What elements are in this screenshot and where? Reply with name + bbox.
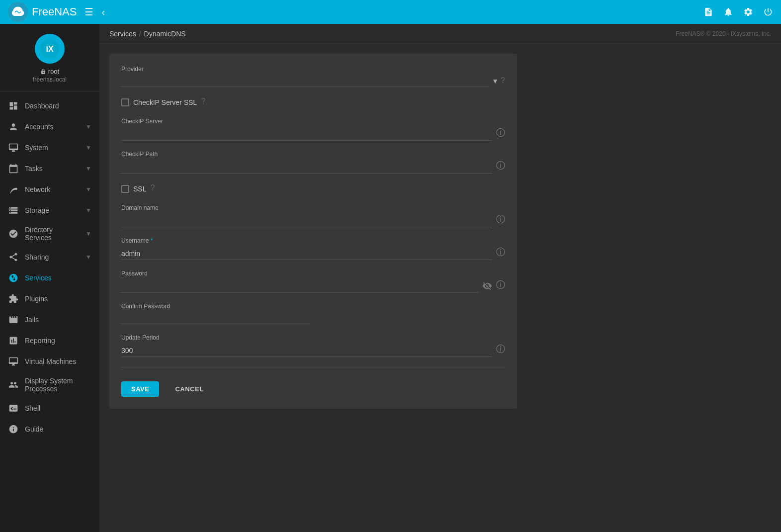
sidebar-item-storage[interactable]: Storage ▼ <box>0 200 99 221</box>
checkip-server-help-icon[interactable]: ⓘ <box>496 127 505 139</box>
cancel-button[interactable]: CANCEL <box>165 381 213 397</box>
sidebar-item-directory-services[interactable]: Directory Services ▼ <box>0 221 99 247</box>
main-layout: iX root freenas.local Dashboard Account <box>0 24 781 532</box>
sidebar-item-system[interactable]: System ▼ <box>0 137 99 158</box>
update-period-input[interactable] <box>121 345 492 357</box>
network-arrow-icon: ▼ <box>86 186 91 193</box>
password-input[interactable] <box>121 280 478 293</box>
tasks-arrow-icon: ▼ <box>86 165 91 172</box>
provider-dropdown-icon[interactable]: ▼ <box>492 77 499 85</box>
notifications-icon[interactable] <box>723 7 733 17</box>
sidebar-item-dashboard[interactable]: Dashboard <box>0 95 99 116</box>
checkip-server-ssl-help-icon[interactable]: ? <box>201 97 205 106</box>
content-area: Services / DynamicDNS FreeNAS® © 2020 - … <box>99 24 781 532</box>
accounts-arrow-icon: ▼ <box>86 123 91 130</box>
logo-icon <box>8 2 28 22</box>
domain-name-help-icon[interactable]: ⓘ <box>496 213 505 225</box>
topbar-left: FreeNAS ☰ ‹ <box>8 2 105 22</box>
sidebar-item-label-guide: Guide <box>25 425 91 433</box>
copyright: FreeNAS® © 2020 - iXsystems, Inc. <box>676 30 771 37</box>
sidebar-item-label-reporting: Reporting <box>25 337 91 345</box>
ssl-label: SSL <box>133 185 146 193</box>
sharing-arrow-icon: ▼ <box>86 254 91 261</box>
sidebar-item-label-network: Network <box>25 185 80 193</box>
username-row: Username ⓘ <box>121 237 505 260</box>
checkip-server-input-row: ⓘ <box>121 127 505 141</box>
back-icon[interactable]: ‹ <box>101 6 105 18</box>
checkip-server-ssl-checkbox[interactable] <box>121 98 129 106</box>
update-period-help-icon[interactable]: ⓘ <box>496 343 505 355</box>
breadcrumb-bar: Services / DynamicDNS FreeNAS® © 2020 - … <box>99 24 781 44</box>
breadcrumb-parent[interactable]: Services <box>109 30 136 38</box>
system-arrow-icon: ▼ <box>86 144 91 151</box>
confirm-password-input[interactable] <box>121 312 310 324</box>
storage-icon <box>8 205 19 216</box>
profile-hostname: freenas.local <box>33 76 67 83</box>
sidebar-nav: Dashboard Accounts ▼ System ▼ <box>0 91 99 532</box>
display-system-processes-icon <box>8 379 19 390</box>
checkip-server-ssl-row: CheckIP Server SSL ? <box>121 97 505 108</box>
sidebar-item-services[interactable]: Services <box>0 267 99 288</box>
username-help-icon[interactable]: ⓘ <box>496 246 505 258</box>
update-period-label: Update Period <box>121 334 505 341</box>
dynamic-dns-form: Provider ▼ ? CheckIP Server SSL ? CheckI… <box>109 54 517 409</box>
menu-icon[interactable]: ☰ <box>85 6 93 18</box>
save-button[interactable]: SAVE <box>121 381 159 397</box>
provider-row: Provider ▼ ? <box>121 66 505 87</box>
sidebar-item-label-display-system-processes: Display System Processes <box>25 377 91 393</box>
provider-help-icon[interactable]: ? <box>501 76 505 85</box>
sidebar-item-network[interactable]: Network ▼ <box>0 179 99 200</box>
password-help-icon[interactable]: ⓘ <box>496 279 505 291</box>
password-input-row: ⓘ <box>121 279 505 293</box>
sidebar-item-reporting[interactable]: Reporting <box>0 330 99 351</box>
username-label: Username <box>121 237 505 244</box>
sidebar-item-virtual-machines[interactable]: Virtual Machines <box>0 351 99 372</box>
sidebar-profile: iX root freenas.local <box>0 24 99 91</box>
sidebar-item-label-dashboard: Dashboard <box>25 102 91 110</box>
ssl-checkbox[interactable] <box>121 185 129 193</box>
provider-input[interactable] <box>121 75 490 87</box>
checkip-path-input[interactable] <box>121 161 492 174</box>
sidebar-item-plugins[interactable]: Plugins <box>0 288 99 309</box>
directory-services-icon <box>8 228 19 239</box>
tasks-icon[interactable] <box>703 7 713 17</box>
sidebar-item-label-plugins: Plugins <box>25 295 91 303</box>
tasks-nav-icon <box>8 163 19 174</box>
checkip-path-label: CheckIP Path <box>121 151 505 158</box>
topbar-right <box>703 7 773 17</box>
sidebar-item-label-virtual-machines: Virtual Machines <box>25 357 91 365</box>
sidebar-item-jails[interactable]: Jails <box>0 309 99 330</box>
sidebar-item-label-storage: Storage <box>25 206 80 214</box>
checkip-path-input-row: ⓘ <box>121 160 505 174</box>
power-icon[interactable] <box>763 7 773 17</box>
directory-arrow-icon: ▼ <box>86 230 91 237</box>
breadcrumb-separator: / <box>139 30 141 38</box>
username-input-row: ⓘ <box>121 246 505 260</box>
checkip-path-help-icon[interactable]: ⓘ <box>496 160 505 172</box>
shell-icon <box>8 403 19 414</box>
ssl-row: SSL ? <box>121 183 505 194</box>
plugins-icon <box>8 293 19 304</box>
password-visibility-toggle[interactable] <box>482 281 492 291</box>
update-period-input-row: ⓘ <box>121 343 505 357</box>
breadcrumb-current: DynamicDNS <box>144 30 186 38</box>
sidebar-item-display-system-processes[interactable]: Display System Processes <box>0 372 99 398</box>
password-row: Password ⓘ <box>121 270 505 293</box>
sidebar-item-label-system: System <box>25 144 80 152</box>
domain-name-input[interactable] <box>121 215 492 227</box>
sidebar-item-sharing[interactable]: Sharing ▼ <box>0 247 99 267</box>
sidebar-item-shell[interactable]: Shell <box>0 398 99 419</box>
network-icon <box>8 184 19 195</box>
update-period-row: Update Period ⓘ <box>121 334 505 357</box>
accounts-icon <box>8 121 19 132</box>
settings-icon[interactable] <box>743 7 753 17</box>
sidebar-item-guide[interactable]: Guide <box>0 419 99 440</box>
ssl-help-icon[interactable]: ? <box>150 183 155 192</box>
sidebar-item-accounts[interactable]: Accounts ▼ <box>0 116 99 137</box>
confirm-password-row: Confirm Password <box>121 303 505 324</box>
domain-name-input-row: ⓘ <box>121 213 505 227</box>
jails-icon <box>8 314 19 325</box>
sidebar-item-tasks[interactable]: Tasks ▼ <box>0 158 99 179</box>
checkip-server-input[interactable] <box>121 128 492 141</box>
username-input[interactable] <box>121 248 492 260</box>
